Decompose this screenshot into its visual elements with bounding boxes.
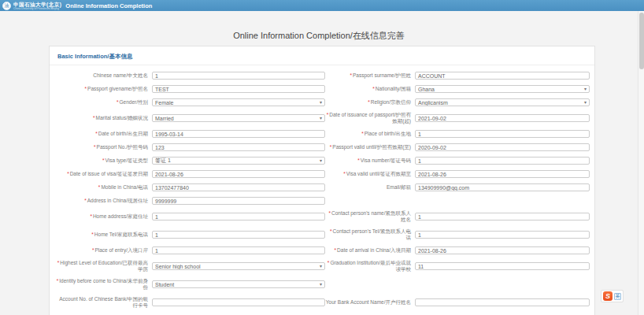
date-of-arrival-value: 2021-08-26 [418, 248, 446, 254]
address-in-china-label-text: Address in China/现居住址 [87, 198, 148, 203]
university-name-block: 中国石油大学(北京) China University of Petroleum… [13, 2, 61, 10]
sogou-input-icon[interactable]: S [603, 291, 613, 301]
visa-type-select[interactable]: 签证 1▾ [152, 157, 325, 165]
passport-valid-until-value: 2020-09-02 [418, 145, 446, 150]
page-scrollbar-track[interactable] [638, 11, 644, 315]
graduation-institution-label-text: Graduation Institution/最后毕业或就读学校 [330, 260, 411, 272]
university-logo-icon: 油 [2, 2, 11, 10]
mobile-in-china-label: *Mobile in China/电话 [56, 184, 152, 191]
place-of-entry-input[interactable]: 1 [152, 246, 325, 254]
home-tel-label: *Home Tel/家庭联系电话 [56, 232, 152, 238]
marital-status-label: *Marital status/婚姻状况 [56, 115, 152, 121]
home-tel-label-text: Home Tel/家庭联系电话 [94, 232, 148, 237]
required-marker: * [57, 260, 60, 265]
email-label-text: Email/邮箱 [387, 184, 411, 190]
visa-number-value: 1 [418, 158, 421, 164]
required-marker: * [350, 72, 352, 78]
required-marker: * [57, 278, 59, 284]
place-of-birth-input[interactable]: 1 [415, 130, 590, 138]
passport-no-input[interactable]: 123 [152, 143, 325, 151]
bank-account-name-label-text: Your Bank Account Name/开户行姓名 [326, 299, 411, 305]
required-marker: * [343, 171, 346, 176]
religion-label: *Religion/宗教信仰 [325, 99, 415, 106]
marital-status-select[interactable]: Married▾ [152, 114, 325, 122]
contact-person-tel-label-text: Contact person's Tel/紧急联系人电话 [333, 228, 411, 240]
identity-before-china-select[interactable]: Student▾ [152, 280, 325, 288]
visa-issue-date-input[interactable]: 2021-08-26 [152, 170, 325, 178]
graduation-institution-value: 11 [418, 264, 424, 269]
form-panel: Basic Information/基本信息 Chinese name/中文姓名… [49, 46, 595, 315]
passport-surname-input[interactable]: ACCOUNT [415, 72, 590, 80]
page-scrollbar-thumb[interactable] [639, 13, 644, 69]
passport-givename-value: TEST [155, 87, 169, 92]
visa-number-label: *Visa number/签证号码 [325, 158, 415, 164]
ime-tray-widget[interactable]: S 英 [601, 290, 624, 302]
home-tel-input[interactable]: 1 [152, 231, 325, 239]
highest-education-value: Senior high school [155, 264, 201, 269]
marital-status-value: Married [155, 116, 174, 121]
required-marker: * [117, 99, 119, 105]
passport-surname-value: ACCOUNT [418, 73, 446, 79]
gender-label-text: Gender/性别 [120, 99, 149, 105]
date-of-birth-input[interactable]: 1995-03-14 [152, 130, 325, 138]
identity-before-china-label: *Identity before come to China/来华前身份 [56, 278, 152, 291]
chinese-name-label: Chinese name/中文姓名 [56, 72, 152, 79]
nationality-select[interactable]: Ghana▾ [415, 85, 590, 93]
date-of-arrival-label: *Date of arrival in China/入境日期 [325, 247, 415, 254]
passport-givename-input[interactable]: TEST [152, 85, 325, 93]
home-address-input[interactable]: 1 [152, 213, 325, 220]
passport-no-label-text: Passport No./护照号码 [97, 144, 148, 150]
required-marker: * [95, 131, 98, 136]
religion-select[interactable]: Anglicanism▾ [415, 98, 590, 106]
visa-issue-date-label-text: Date of issue of visa/签证签发日期 [70, 171, 148, 176]
identity-before-china-label-text: Identity before come to China/来华前身份 [59, 278, 148, 290]
chinese-name-value: 1 [155, 73, 158, 79]
visa-valid-until-input[interactable]: 2021-08-26 [415, 170, 590, 178]
visa-number-label-text: Visa number/签证号码 [361, 158, 411, 163]
passport-valid-until-label-text: Passport valid until/护照有效期(至) [332, 144, 411, 150]
contact-person-tel-value: 1 [418, 232, 421, 238]
highest-education-label: *Highest Level of Education/已获得最高学历 [56, 260, 152, 272]
contact-person-tel-input[interactable]: 1 [415, 231, 590, 239]
mobile-in-china-input[interactable]: 13702477840 [152, 183, 325, 191]
gender-select[interactable]: Female▾ [152, 98, 325, 106]
chinese-name-label-text: Chinese name/中文姓名 [93, 72, 148, 78]
place-of-birth-label: *Place of birth/出生地 [325, 131, 415, 137]
bank-account-name-input[interactable] [415, 298, 590, 306]
passport-issue-date-value: 2021-09-02 [418, 116, 446, 121]
required-marker: * [84, 198, 87, 203]
home-address-label-text: Home address/家庭住址 [93, 213, 148, 219]
passport-issue-date-input[interactable]: 2021-09-02 [415, 114, 590, 122]
visa-number-input[interactable]: 1 [415, 157, 590, 165]
place-of-birth-label-text: Place of birth/出生地 [365, 131, 411, 136]
required-marker: * [94, 144, 96, 150]
form-grid: Chinese name/中文姓名1*Passport surname/护照姓A… [50, 65, 594, 309]
contact-person-name-value: 1 [418, 214, 421, 220]
chevron-down-icon: ▾ [320, 100, 322, 105]
passport-no-label: *Passport No./护照号码 [56, 144, 152, 150]
required-marker: * [90, 213, 92, 219]
date-of-arrival-input[interactable]: 2021-08-26 [415, 246, 590, 254]
chinese-bank-account-no-label-text: Account No. of Chinese Bank/中国的银行卡号 [59, 296, 148, 308]
email-input[interactable]: 134909990@qq.com [415, 183, 590, 191]
place-of-entry-value: 1 [155, 248, 158, 254]
required-marker: * [329, 210, 331, 216]
religion-value: Anglicanism [418, 100, 448, 106]
chinese-bank-account-no-label: Account No. of Chinese Bank/中国的银行卡号 [56, 296, 152, 309]
contact-person-name-input[interactable]: 1 [415, 213, 590, 220]
address-in-china-input[interactable]: 9999999 [152, 197, 325, 205]
required-marker: * [368, 99, 370, 105]
visa-issue-date-label: *Date of issue of visa/签证签发日期 [56, 171, 152, 177]
highest-education-label-text: Highest Level of Education/已获得最高学历 [60, 260, 148, 272]
passport-issue-date-label: *Date of issuance of passport/护照有效期(起) [325, 112, 415, 124]
chinese-bank-account-no-input[interactable] [152, 298, 325, 306]
chinese-name-input[interactable]: 1 [152, 72, 325, 80]
graduation-institution-input[interactable]: 11 [415, 262, 590, 270]
visa-valid-until-value: 2021-08-26 [418, 172, 446, 177]
passport-givename-label-text: Passport givename/护照名 [87, 86, 148, 91]
ime-language-icon[interactable]: 英 [614, 293, 621, 300]
passport-valid-until-input[interactable]: 2020-09-02 [415, 143, 590, 151]
highest-education-select[interactable]: Senior high school▾ [152, 262, 325, 270]
header-bar: 油 中国石油大学(北京) China University of Petrole… [0, 0, 644, 11]
gender-label: *Gender/性别 [56, 99, 152, 106]
